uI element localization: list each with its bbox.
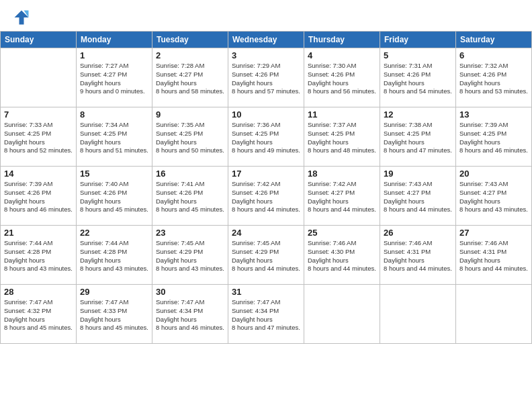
day-number: 12 xyxy=(384,109,452,120)
day-cell-5: 5Sunrise: 7:31 AMSunset: 4:26 PMDaylight… xyxy=(380,48,456,107)
sunrise-label: Sunrise: 7:31 AM xyxy=(384,62,432,69)
daylight-value: 8 hours and 57 minutes. xyxy=(232,87,300,95)
daylight-value: 8 hours and 45 minutes. xyxy=(80,324,148,331)
daylight-value: 8 hours and 49 minutes. xyxy=(232,146,300,154)
day-info: Sunrise: 7:38 AMSunset: 4:25 PMDaylight … xyxy=(384,121,452,155)
daylight-value: 8 hours and 48 minutes. xyxy=(308,146,376,154)
week-row-2: 7Sunrise: 7:33 AMSunset: 4:25 PMDaylight… xyxy=(1,107,532,167)
day-info: Sunrise: 7:41 AMSunset: 4:26 PMDaylight … xyxy=(156,180,224,214)
day-cell-30: 30Sunrise: 7:47 AMSunset: 4:34 PMDayligh… xyxy=(152,285,228,344)
daylight-value: 8 hours and 44 minutes. xyxy=(459,265,528,272)
sunset-label: Sunset: 4:25 PM xyxy=(384,130,431,137)
daylight-value: 8 hours and 53 minutes. xyxy=(459,87,528,95)
day-cell-6: 6Sunrise: 7:32 AMSunset: 4:26 PMDaylight… xyxy=(456,48,532,107)
sunset-label: Sunset: 4:25 PM xyxy=(459,130,506,137)
day-info: Sunrise: 7:43 AMSunset: 4:27 PMDaylight … xyxy=(384,180,452,214)
sunset-label: Sunset: 4:26 PM xyxy=(384,71,431,78)
day-number: 19 xyxy=(384,169,452,179)
day-info: Sunrise: 7:36 AMSunset: 4:25 PMDaylight … xyxy=(232,121,300,155)
logo xyxy=(12,8,34,27)
daylight-value: 8 hours and 44 minutes. xyxy=(308,205,376,213)
daylight-label: Daylight hours xyxy=(459,79,500,87)
day-cell-24: 24Sunrise: 7:45 AMSunset: 4:29 PMDayligh… xyxy=(228,226,304,285)
sunset-label: Sunset: 4:31 PM xyxy=(459,248,506,255)
empty-cell xyxy=(456,285,532,344)
sunrise-label: Sunrise: 7:47 AM xyxy=(80,298,128,306)
week-row-1: 1Sunrise: 7:27 AMSunset: 4:27 PMDaylight… xyxy=(1,48,532,107)
sunrise-label: Sunrise: 7:39 AM xyxy=(459,121,508,128)
day-number: 23 xyxy=(156,228,224,238)
sunrise-label: Sunrise: 7:34 AM xyxy=(80,121,128,128)
day-number: 14 xyxy=(4,169,73,179)
day-info: Sunrise: 7:34 AMSunset: 4:25 PMDaylight … xyxy=(80,121,148,155)
calendar-table: SundayMondayTuesdayWednesdayThursdayFrid… xyxy=(0,31,532,344)
day-cell-17: 17Sunrise: 7:42 AMSunset: 4:26 PMDayligh… xyxy=(228,167,304,226)
sunset-label: Sunset: 4:26 PM xyxy=(308,71,355,78)
sunset-label: Sunset: 4:27 PM xyxy=(459,189,506,196)
daylight-label: Daylight hours xyxy=(4,316,45,323)
daylight-value: 8 hours and 47 minutes. xyxy=(384,146,452,154)
daylight-label: Daylight hours xyxy=(232,79,273,87)
sunrise-label: Sunrise: 7:36 AM xyxy=(232,121,280,128)
day-number: 21 xyxy=(4,228,73,238)
sunset-label: Sunset: 4:27 PM xyxy=(308,189,355,196)
day-number: 25 xyxy=(308,228,376,238)
weekday-header-row: SundayMondayTuesdayWednesdayThursdayFrid… xyxy=(1,32,532,48)
daylight-value: 8 hours and 46 minutes. xyxy=(459,146,528,154)
day-info: Sunrise: 7:39 AMSunset: 4:26 PMDaylight … xyxy=(4,180,73,214)
sunset-label: Sunset: 4:25 PM xyxy=(232,130,279,137)
daylight-label: Daylight hours xyxy=(4,197,45,205)
day-cell-13: 13Sunrise: 7:39 AMSunset: 4:25 PMDayligh… xyxy=(456,107,532,167)
sunset-label: Sunset: 4:25 PM xyxy=(80,130,127,137)
daylight-label: Daylight hours xyxy=(156,79,197,87)
daylight-label: Daylight hours xyxy=(384,138,425,146)
daylight-value: 8 hours and 58 minutes. xyxy=(156,87,224,95)
day-cell-1: 1Sunrise: 7:27 AMSunset: 4:27 PMDaylight… xyxy=(77,48,152,107)
day-number: 2 xyxy=(156,50,224,60)
header xyxy=(0,0,532,30)
sunset-label: Sunset: 4:28 PM xyxy=(4,248,51,255)
day-cell-12: 12Sunrise: 7:38 AMSunset: 4:25 PMDayligh… xyxy=(380,107,456,167)
daylight-label: Daylight hours xyxy=(308,257,349,264)
day-info: Sunrise: 7:44 AMSunset: 4:28 PMDaylight … xyxy=(4,239,73,273)
day-cell-9: 9Sunrise: 7:35 AMSunset: 4:25 PMDaylight… xyxy=(152,107,228,167)
sunset-label: Sunset: 4:27 PM xyxy=(80,71,127,78)
sunrise-label: Sunrise: 7:42 AM xyxy=(308,180,356,187)
day-cell-18: 18Sunrise: 7:42 AMSunset: 4:27 PMDayligh… xyxy=(304,167,380,226)
day-info: Sunrise: 7:40 AMSunset: 4:26 PMDaylight … xyxy=(80,180,148,214)
day-cell-21: 21Sunrise: 7:44 AMSunset: 4:28 PMDayligh… xyxy=(1,226,77,285)
daylight-label: Daylight hours xyxy=(384,197,425,205)
day-number: 5 xyxy=(384,50,452,60)
day-cell-28: 28Sunrise: 7:47 AMSunset: 4:32 PMDayligh… xyxy=(1,285,77,344)
day-number: 29 xyxy=(80,287,148,297)
empty-cell xyxy=(304,285,380,344)
daylight-label: Daylight hours xyxy=(4,257,45,264)
sunset-label: Sunset: 4:29 PM xyxy=(156,248,203,255)
daylight-value: 8 hours and 56 minutes. xyxy=(308,87,376,95)
day-number: 20 xyxy=(459,169,528,179)
sunset-label: Sunset: 4:25 PM xyxy=(4,130,51,137)
day-cell-31: 31Sunrise: 7:47 AMSunset: 4:34 PMDayligh… xyxy=(228,285,304,344)
weekday-header-tuesday: Tuesday xyxy=(152,32,228,48)
weekday-header-wednesday: Wednesday xyxy=(228,32,304,48)
sunset-label: Sunset: 4:34 PM xyxy=(232,307,279,314)
week-row-5: 28Sunrise: 7:47 AMSunset: 4:32 PMDayligh… xyxy=(1,285,532,344)
day-number: 3 xyxy=(232,50,300,60)
sunrise-label: Sunrise: 7:40 AM xyxy=(80,180,128,187)
day-cell-15: 15Sunrise: 7:40 AMSunset: 4:26 PMDayligh… xyxy=(77,167,152,226)
day-cell-3: 3Sunrise: 7:29 AMSunset: 4:26 PMDaylight… xyxy=(228,48,304,107)
day-info: Sunrise: 7:42 AMSunset: 4:27 PMDaylight … xyxy=(308,180,376,214)
sunset-label: Sunset: 4:27 PM xyxy=(156,71,203,78)
day-info: Sunrise: 7:47 AMSunset: 4:34 PMDaylight … xyxy=(232,298,300,332)
sunrise-label: Sunrise: 7:47 AM xyxy=(156,298,204,306)
empty-cell xyxy=(380,285,456,344)
day-info: Sunrise: 7:32 AMSunset: 4:26 PMDaylight … xyxy=(459,62,528,96)
day-number: 16 xyxy=(156,169,224,179)
daylight-label: Daylight hours xyxy=(308,197,349,205)
sunrise-label: Sunrise: 7:47 AM xyxy=(232,298,280,306)
daylight-value: 8 hours and 52 minutes. xyxy=(4,146,73,154)
daylight-label: Daylight hours xyxy=(156,197,197,205)
day-cell-29: 29Sunrise: 7:47 AMSunset: 4:33 PMDayligh… xyxy=(77,285,152,344)
sunrise-label: Sunrise: 7:38 AM xyxy=(384,121,432,128)
week-row-4: 21Sunrise: 7:44 AMSunset: 4:28 PMDayligh… xyxy=(1,226,532,285)
